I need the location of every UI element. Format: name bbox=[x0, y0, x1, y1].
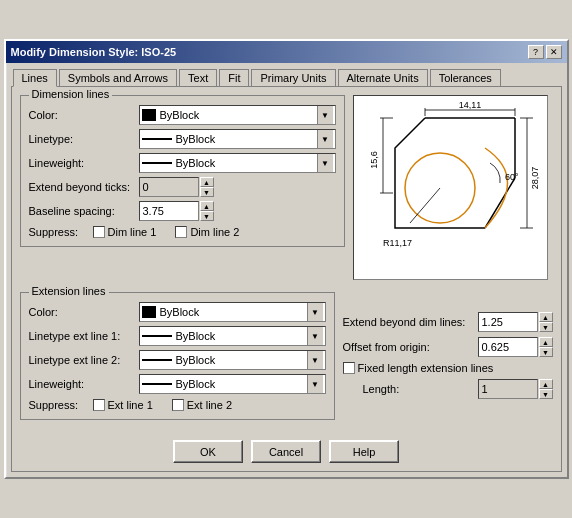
ext-color-value: ByBlock bbox=[160, 306, 200, 318]
close-title-button[interactable]: ✕ bbox=[546, 45, 562, 59]
color-select-text: ByBlock bbox=[142, 109, 200, 121]
ext-beyond-spinner: ▲ ▼ bbox=[539, 312, 553, 332]
tab-fit[interactable]: Fit bbox=[219, 69, 249, 87]
tab-primary-units[interactable]: Primary Units bbox=[251, 69, 335, 87]
length-spinner: ▲ ▼ bbox=[539, 379, 553, 399]
baseline-up[interactable]: ▲ bbox=[200, 201, 214, 211]
svg-text:R11,17: R11,17 bbox=[383, 238, 412, 248]
lineweight-dropdown-arrow[interactable]: ▼ bbox=[317, 154, 333, 172]
extend-ticks-row: Extend beyond ticks: 0 ▲ ▼ bbox=[29, 177, 336, 197]
dim-line-1-label: Dim line 1 bbox=[108, 226, 157, 238]
suppress-row-ext: Suppress: Ext line 1 Ext line 2 bbox=[29, 399, 326, 411]
dim-line-2-checkbox[interactable] bbox=[175, 226, 187, 238]
color-dropdown-arrow[interactable]: ▼ bbox=[317, 106, 333, 124]
ext-lineweight-label: Lineweight: bbox=[29, 378, 139, 390]
window-content: Lines Symbols and Arrows Text Fit Primar… bbox=[6, 63, 567, 477]
linetype-line bbox=[142, 138, 172, 140]
offset-input-group: 0.625 ▲ ▼ bbox=[478, 337, 553, 357]
ext-linetype1-line bbox=[142, 335, 172, 337]
lineweight-row: Lineweight: ByBlock ▼ bbox=[29, 153, 336, 173]
ok-button[interactable]: OK bbox=[173, 440, 243, 463]
fixed-length-label: Fixed length extension lines bbox=[358, 362, 494, 374]
extend-ticks-spinner: ▲ ▼ bbox=[200, 177, 214, 197]
ext-lineweight-text: ByBlock bbox=[142, 378, 216, 390]
ext-line-2-checkbox[interactable] bbox=[172, 399, 184, 411]
fixed-length-checkbox-item: Fixed length extension lines bbox=[343, 362, 494, 374]
ext-color-row: Color: ByBlock ▼ bbox=[29, 302, 326, 322]
ext-linetype1-row: Linetype ext line 1: ByBlock ▼ bbox=[29, 326, 326, 346]
color-value: ByBlock bbox=[160, 109, 200, 121]
help-title-button[interactable]: ? bbox=[528, 45, 544, 59]
ext-linetype2-line bbox=[142, 359, 172, 361]
ext-beyond-input[interactable]: 1.25 bbox=[478, 312, 538, 332]
offset-row: Offset from origin: 0.625 ▲ ▼ bbox=[343, 337, 553, 357]
ext-linetype1-arrow[interactable]: ▼ bbox=[307, 327, 323, 345]
ext-linetype2-label: Linetype ext line 2: bbox=[29, 354, 139, 366]
cancel-button[interactable]: Cancel bbox=[251, 440, 321, 463]
suppress-ext-label: Suppress: bbox=[29, 399, 89, 411]
baseline-down[interactable]: ▼ bbox=[200, 211, 214, 221]
ext-beyond-down[interactable]: ▼ bbox=[539, 322, 553, 332]
color-label: Color: bbox=[29, 109, 139, 121]
linetype-select[interactable]: ByBlock ▼ bbox=[139, 129, 336, 149]
linetype-label: Linetype: bbox=[29, 133, 139, 145]
dim-line-1-checkbox[interactable] bbox=[93, 226, 105, 238]
ext-beyond-up[interactable]: ▲ bbox=[539, 312, 553, 322]
title-bar-buttons: ? ✕ bbox=[528, 45, 562, 59]
tab-bar: Lines Symbols and Arrows Text Fit Primar… bbox=[11, 68, 562, 86]
svg-text:60°: 60° bbox=[505, 172, 519, 182]
length-input[interactable]: 1 bbox=[478, 379, 538, 399]
right-panel: 14,11 15,6 28,07 bbox=[353, 95, 553, 280]
baseline-input[interactable]: 3.75 bbox=[139, 201, 199, 221]
ext-line-1-checkbox[interactable] bbox=[93, 399, 105, 411]
extension-lines-group: Extension lines Color: ByBlock ▼ bbox=[20, 292, 335, 420]
ext-line-2-checkbox-item: Ext line 2 bbox=[172, 399, 232, 411]
baseline-row: Baseline spacing: 3.75 ▲ ▼ bbox=[29, 201, 336, 221]
length-label: Length: bbox=[363, 383, 478, 395]
tab-alternate-units[interactable]: Alternate Units bbox=[338, 69, 428, 87]
dimension-lines-title: Dimension lines bbox=[29, 88, 113, 100]
offset-input[interactable]: 0.625 bbox=[478, 337, 538, 357]
ext-lineweight-select[interactable]: ByBlock ▼ bbox=[139, 374, 326, 394]
ext-color-select[interactable]: ByBlock ▼ bbox=[139, 302, 326, 322]
extend-ticks-label: Extend beyond ticks: bbox=[29, 181, 139, 193]
offset-label: Offset from origin: bbox=[343, 341, 478, 353]
window-title: Modify Dimension Style: ISO-25 bbox=[11, 46, 177, 58]
length-input-group: 1 ▲ ▼ bbox=[478, 379, 553, 399]
length-up[interactable]: ▲ bbox=[539, 379, 553, 389]
ext-color-swatch bbox=[142, 306, 156, 318]
extend-ticks-down[interactable]: ▼ bbox=[200, 187, 214, 197]
baseline-spinner: ▲ ▼ bbox=[200, 201, 214, 221]
ext-lineweight-arrow[interactable]: ▼ bbox=[307, 375, 323, 393]
help-button[interactable]: Help bbox=[329, 440, 399, 463]
linetype-value: ByBlock bbox=[176, 133, 216, 145]
ext-linetype1-label: Linetype ext line 1: bbox=[29, 330, 139, 342]
length-down[interactable]: ▼ bbox=[539, 389, 553, 399]
tab-lines[interactable]: Lines bbox=[13, 69, 57, 87]
extension-lines-title: Extension lines bbox=[29, 285, 109, 297]
ext-lineweight-row: Lineweight: ByBlock ▼ bbox=[29, 374, 326, 394]
extend-ticks-input[interactable]: 0 bbox=[139, 177, 199, 197]
ext-lineweight-line bbox=[142, 383, 172, 385]
tab-symbols-arrows[interactable]: Symbols and Arrows bbox=[59, 69, 177, 87]
color-select[interactable]: ByBlock ▼ bbox=[139, 105, 336, 125]
ext-linetype2-select[interactable]: ByBlock ▼ bbox=[139, 350, 326, 370]
ext-color-arrow[interactable]: ▼ bbox=[307, 303, 323, 321]
ext-linetype2-arrow[interactable]: ▼ bbox=[307, 351, 323, 369]
tab-text[interactable]: Text bbox=[179, 69, 217, 87]
linetype-dropdown-arrow[interactable]: ▼ bbox=[317, 130, 333, 148]
tab-tolerances[interactable]: Tolerances bbox=[430, 69, 501, 87]
offset-up[interactable]: ▲ bbox=[539, 337, 553, 347]
svg-text:28,07: 28,07 bbox=[530, 166, 540, 189]
offset-down[interactable]: ▼ bbox=[539, 347, 553, 357]
svg-rect-0 bbox=[355, 98, 545, 278]
lineweight-select[interactable]: ByBlock ▼ bbox=[139, 153, 336, 173]
fixed-length-checkbox[interactable] bbox=[343, 362, 355, 374]
color-row: Color: ByBlock ▼ bbox=[29, 105, 336, 125]
extend-ticks-up[interactable]: ▲ bbox=[200, 177, 214, 187]
ext-beyond-input-group: 1.25 ▲ ▼ bbox=[478, 312, 553, 332]
preview-svg: 14,11 15,6 28,07 bbox=[355, 98, 545, 278]
ext-linetype1-value: ByBlock bbox=[176, 330, 216, 342]
baseline-label: Baseline spacing: bbox=[29, 205, 139, 217]
ext-linetype1-select[interactable]: ByBlock ▼ bbox=[139, 326, 326, 346]
